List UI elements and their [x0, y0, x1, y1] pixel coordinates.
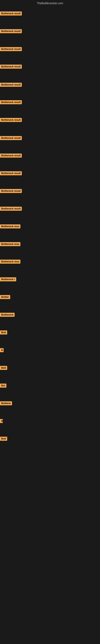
bottleneck-badge: Bot	[0, 384, 6, 388]
bottleneck-badge: Bott	[0, 437, 7, 441]
bottleneck-badge: Bottleneck result	[0, 136, 22, 140]
bottleneck-result-item: Bottleneck result	[0, 189, 22, 194]
bottleneck-badge: Bottleneck r	[0, 277, 16, 281]
bottleneck-badge: B	[0, 419, 3, 423]
bottleneck-badge: Bottleneck resu	[0, 260, 20, 264]
bottleneck-result-item: Bottleneck result	[0, 29, 22, 34]
bottleneck-result-item: Bottleneck result	[0, 64, 22, 70]
bottleneck-result-item: Bott	[0, 366, 7, 371]
bottleneck-badge: Bottleneck	[0, 313, 15, 317]
bottleneck-result-item: Bott	[0, 330, 7, 335]
bottleneck-badge: Bottleneck result	[0, 118, 22, 122]
bottleneck-result-item: Bottleneck result	[0, 171, 22, 176]
bottleneck-badge: Bottleneck result	[0, 100, 22, 104]
bottleneck-result-item: Bottleneck	[0, 313, 15, 318]
bottleneck-badge: Bottleneck result	[0, 83, 22, 87]
bottleneck-result-item: Bottleneck result	[0, 47, 22, 52]
bottleneck-badge: Bottleneck result	[0, 189, 22, 193]
bottleneck-badge: Bottlene	[0, 401, 12, 405]
bottleneck-result-item: Bottler	[0, 295, 10, 300]
bottleneck-result-item: Bott	[0, 437, 7, 442]
bottleneck-result-item: Bottleneck resu	[0, 224, 20, 229]
bottleneck-result-item: Bottleneck result	[0, 154, 22, 158]
bottleneck-result-item: Bottleneck resu	[0, 242, 20, 247]
bottleneck-result-item: Bottleneck r	[0, 277, 16, 282]
bottleneck-result-item: Bottleneck result	[0, 83, 22, 88]
bottleneck-result-item: Bottleneck result	[0, 136, 22, 141]
bottleneck-badge: Bottleneck result	[0, 47, 22, 51]
bottleneck-result-item: Bottlene	[0, 401, 12, 406]
bottleneck-badge: Bottleneck result	[0, 154, 22, 158]
bottleneck-badge: Bottleneck result	[0, 12, 22, 16]
bottleneck-badge: Bottleneck result	[0, 207, 22, 211]
bottleneck-result-item: Bottleneck result	[0, 12, 22, 16]
bottleneck-result-item: Bottleneck result	[0, 207, 22, 212]
bottleneck-badge: Bottleneck result	[0, 64, 22, 69]
bottleneck-badge: Bottler	[0, 295, 10, 299]
bottleneck-result-item: Bottleneck result	[0, 100, 22, 105]
bottleneck-badge: Bott	[0, 366, 7, 370]
bottleneck-badge: Bottleneck result	[0, 171, 22, 175]
bottleneck-result-item: B	[0, 419, 3, 424]
bottleneck-badge: Bottleneck resu	[0, 224, 20, 228]
bottleneck-result-item: Bottleneck result	[0, 118, 22, 123]
bottleneck-badge: Bottleneck resu	[0, 242, 20, 246]
bottleneck-result-item: Bottleneck resu	[0, 260, 20, 264]
bottleneck-result-item: Bot	[0, 384, 6, 388]
site-title: TheBottlenecker.com	[0, 0, 100, 6]
bottleneck-badge: Bottleneck result	[0, 29, 22, 33]
bottleneck-result-item: B	[0, 348, 3, 353]
bottleneck-badge: B	[0, 348, 3, 352]
bottleneck-badge: Bott	[0, 330, 7, 334]
